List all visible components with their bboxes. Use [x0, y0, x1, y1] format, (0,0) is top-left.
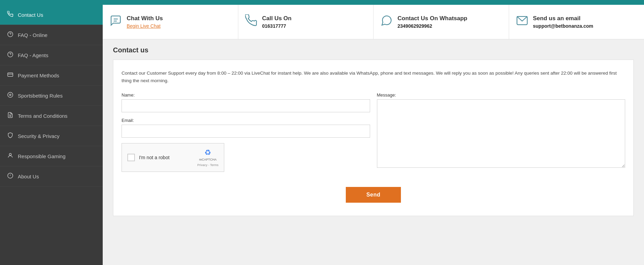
sidebar-icon-security-privacy — [7, 132, 14, 140]
svg-point-5 — [10, 94, 11, 96]
recaptcha-box[interactable]: I'm not a robot ♻ reCAPTCHA Privacy - Te… — [122, 143, 224, 172]
sidebar-icon-terms-conditions — [7, 112, 14, 119]
sidebar-label-faq-agents: FAQ - Agents — [18, 52, 48, 58]
sidebar-icon-sportsbetting-rules — [7, 92, 14, 99]
contact-card-chat[interactable]: Chat With Us Begin Live Chat — [103, 5, 238, 39]
sidebar-label-sportsbetting-rules: Sportsbetting Rules — [18, 93, 63, 99]
sidebar-label-contact-us: Contact Us — [18, 12, 43, 18]
form-description: Contact our Customer Support every day f… — [122, 70, 625, 84]
sidebar-label-security-privacy: Security & Privacy — [18, 133, 60, 139]
sidebar-item-security-privacy[interactable]: Security & Privacy — [0, 126, 103, 146]
recaptcha-logo: ♻ reCAPTCHA Privacy - Terms — [197, 148, 218, 167]
sidebar-icon-responsible-gaming — [7, 152, 14, 160]
recaptcha-icon: ♻ — [204, 148, 211, 157]
sidebar-item-terms-conditions[interactable]: Terms and Conditions — [0, 106, 103, 126]
card-text-chat: Chat With Us Begin Live Chat — [127, 15, 163, 29]
card-value-email: support@betbonanza.com — [533, 23, 593, 29]
contact-card-whatsapp: Contact Us On Whatsapp 2349062929962 — [374, 5, 509, 39]
sidebar-icon-payment-methods — [7, 72, 14, 79]
recaptcha-checkbox[interactable] — [127, 154, 135, 161]
card-title-call: Call Us On — [262, 15, 292, 22]
top-bar — [0, 0, 644, 5]
email-group: Email: — [122, 118, 370, 138]
card-link-chat[interactable]: Begin Live Chat — [127, 23, 163, 29]
name-label: Name: — [122, 92, 370, 98]
main-layout: Contact Us FAQ - Online FAQ - Agents Pay… — [0, 5, 644, 265]
message-textarea[interactable] — [377, 99, 626, 168]
name-input[interactable] — [122, 99, 370, 112]
main-content: Chat With Us Begin Live Chat Call Us On … — [103, 5, 644, 265]
contact-section: Contact us Contact our Customer Support … — [103, 39, 644, 223]
card-value-call: 016317777 — [262, 23, 292, 29]
card-text-call: Call Us On 016317777 — [262, 15, 292, 29]
sidebar-icon-faq-online — [7, 31, 14, 39]
svg-rect-2 — [8, 73, 13, 77]
form-columns: Name: Email: I'm not a robot — [122, 92, 625, 177]
name-group: Name: — [122, 92, 370, 112]
recaptcha-links: Privacy - Terms — [197, 163, 218, 167]
card-icon-chat — [110, 14, 122, 29]
card-title-email: Send us an email — [533, 15, 593, 22]
contact-cards-row: Chat With Us Begin Live Chat Call Us On … — [103, 5, 644, 39]
sidebar-item-faq-online[interactable]: FAQ - Online — [0, 25, 103, 45]
card-value-whatsapp: 2349062929962 — [397, 23, 467, 29]
recaptcha-group: I'm not a robot ♻ reCAPTCHA Privacy - Te… — [122, 143, 370, 172]
sidebar-item-payment-methods[interactable]: Payment Methods — [0, 65, 103, 86]
sidebar-item-responsible-gaming[interactable]: Responsible Gaming — [0, 146, 103, 166]
sidebar-label-about-us: About Us — [18, 174, 39, 179]
sidebar-label-responsible-gaming: Responsible Gaming — [18, 153, 65, 159]
card-icon-whatsapp — [380, 14, 393, 29]
message-group: Message: — [377, 92, 626, 169]
sidebar-label-payment-methods: Payment Methods — [18, 73, 59, 78]
sidebar-item-contact-us[interactable]: Contact Us — [0, 5, 103, 25]
sidebar-item-about-us[interactable]: About Us — [0, 166, 103, 187]
card-icon-email — [516, 14, 528, 29]
contact-card-call: Call Us On 016317777 — [238, 5, 374, 39]
contact-card-email: Send us an email support@betbonanza.com — [509, 5, 644, 39]
form-left: Name: Email: I'm not a robot — [122, 92, 370, 177]
send-section: Send — [122, 187, 625, 206]
message-label: Message: — [377, 92, 626, 98]
contact-section-heading: Contact us — [113, 46, 634, 54]
card-icon-call — [245, 14, 257, 29]
contact-form-container: Contact our Customer Support every day f… — [113, 60, 634, 216]
svg-point-8 — [9, 153, 11, 155]
email-input[interactable] — [122, 125, 370, 138]
email-label: Email: — [122, 118, 370, 123]
svg-point-4 — [8, 92, 13, 98]
card-title-chat: Chat With Us — [127, 15, 163, 22]
sidebar-label-faq-online: FAQ - Online — [18, 32, 48, 38]
sidebar-icon-contact-us — [7, 11, 14, 18]
recaptcha-brand: reCAPTCHA — [199, 158, 217, 162]
form-right: Message: — [377, 92, 626, 177]
sidebar-icon-faq-agents — [7, 51, 14, 59]
recaptcha-text: I'm not a robot — [139, 155, 169, 160]
card-text-whatsapp: Contact Us On Whatsapp 2349062929962 — [397, 15, 467, 29]
sidebar: Contact Us FAQ - Online FAQ - Agents Pay… — [0, 5, 103, 265]
send-button[interactable]: Send — [346, 187, 401, 203]
sidebar-label-terms-conditions: Terms and Conditions — [18, 113, 67, 119]
sidebar-item-faq-agents[interactable]: FAQ - Agents — [0, 45, 103, 65]
sidebar-icon-about-us — [7, 173, 14, 180]
card-text-email: Send us an email support@betbonanza.com — [533, 15, 593, 29]
card-title-whatsapp: Contact Us On Whatsapp — [397, 15, 467, 22]
sidebar-item-sportsbetting-rules[interactable]: Sportsbetting Rules — [0, 86, 103, 106]
